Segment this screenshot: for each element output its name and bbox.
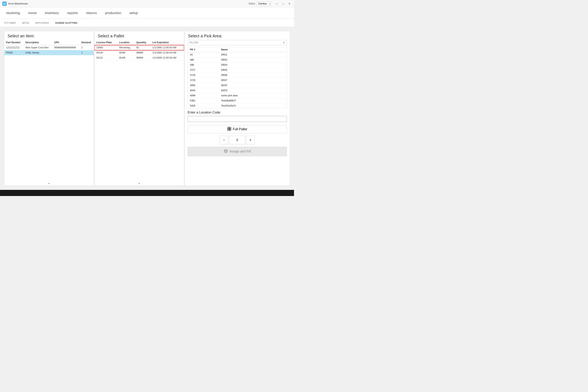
pick-area-table-row[interactable]: 5382 Test06a89b7f	[188, 98, 287, 103]
subnav-move[interactable]: MOVE	[22, 21, 29, 25]
item-cell-part-number: PHI00	[4, 50, 24, 55]
pick-area-cell-pk: 24	[188, 52, 219, 57]
pick-area-cell-pk: 3727	[188, 68, 219, 73]
pallet-cell-location: BU66	[118, 50, 135, 55]
pick-area-cell-name: DR05	[219, 68, 287, 73]
subnav-replenish[interactable]: REPLENISH	[35, 21, 49, 25]
quantity-increment-button[interactable]: +	[246, 136, 255, 144]
full-pallet-button[interactable]: Full Pallet	[188, 125, 287, 133]
pallet-panel-title: Select a Pallet:	[94, 31, 184, 40]
nav-setup[interactable]: setup	[130, 10, 138, 17]
pick-area-table-row[interactable]: 24 DR01	[188, 52, 287, 57]
assign-fill-button[interactable]: Assign and Fill	[188, 147, 287, 156]
titlebar-right: Client: Cerritus — □ ✕	[249, 2, 292, 6]
pallet-table: License Plate Location Quantity Lot Expi…	[94, 40, 184, 60]
navbar: receiving move inventory reports returns…	[0, 7, 294, 19]
pick-area-cell-pk: 498	[188, 62, 219, 68]
pallet-table-row[interactable]: 30131 BU66 99999 1/1/1900 12:00:00 AM	[94, 55, 184, 60]
location-code-input[interactable]	[188, 116, 287, 122]
svg-rect-7	[230, 129, 231, 130]
pick-area-table-row[interactable]: 3729 DR07	[188, 78, 287, 83]
pick-area-table: PK # Name 24 DR01 480 DR02 498 DR04 3727…	[188, 47, 287, 108]
pallet-cell-lot-expiration: 1/1/1900 12:00:00 AM	[151, 50, 184, 55]
client-select-wrapper[interactable]: Cerritus	[257, 2, 271, 6]
pick-area-table-row[interactable]: 3728 DR06	[188, 73, 287, 78]
pick-area-table-row[interactable]: 4099 some pick area	[188, 93, 287, 98]
assign-fill-label: Assign and Fill	[230, 150, 251, 153]
pallet-table-row[interactable]: 30130 BU66 99999 1/1/1900 12:00:00 AM	[94, 50, 184, 55]
window-controls: — □ ✕	[274, 2, 292, 6]
svg-rect-3	[5, 4, 6, 5]
close-button[interactable]: ✕	[288, 2, 292, 6]
nav-move[interactable]: move	[28, 10, 37, 17]
pallet-scroll-down[interactable]: ▼	[94, 182, 184, 186]
location-label: Enter a Location Code:	[188, 111, 287, 114]
maximize-button[interactable]: □	[282, 2, 285, 6]
pick-area-cell-pk: 480	[188, 57, 219, 62]
subnav-guided-slotting[interactable]: GUIDED SLOTTING	[55, 21, 78, 25]
pallet-col-quantity: Quantity	[135, 40, 151, 45]
location-section: Enter a Location Code:	[185, 108, 290, 124]
item-scroll-down[interactable]: ▼	[4, 182, 94, 186]
pick-area-table-row[interactable]: 4045 MZ03	[188, 88, 287, 93]
item-panel: Select an Item: Part Number Description …	[4, 31, 94, 186]
item-col-upc: UPC	[52, 40, 80, 45]
client-select[interactable]: Cerritus	[257, 2, 271, 6]
pick-area-cell-pk: 3956	[188, 83, 219, 88]
pick-area-cell-pk: 4099	[188, 93, 219, 98]
pallet-table-row[interactable]: 23685 Receiving 82 1/1/1900 12:00:00 AM	[94, 45, 184, 50]
svg-rect-0	[3, 2, 4, 4]
titlebar-left: Arca Warehouse	[2, 2, 28, 6]
pallet-col-location: Location	[118, 40, 135, 45]
subnav-put-away[interactable]: PUT AWAY	[4, 21, 16, 25]
item-table-row[interactable]: 1212121212 New Super Cool Item 999999999…	[4, 45, 94, 50]
app-icon	[2, 2, 6, 6]
svg-rect-5	[230, 127, 231, 128]
nav-reports[interactable]: reports	[67, 10, 78, 17]
nav-receiving[interactable]: receiving	[6, 10, 20, 17]
svg-rect-2	[3, 4, 4, 5]
item-cell-part-number: 1212121212	[4, 45, 24, 50]
pick-area-cell-pk: 3728	[188, 73, 219, 78]
filter-input[interactable]	[190, 41, 282, 44]
item-table-wrapper[interactable]: Part Number Description UPC Demand 12121…	[4, 40, 94, 182]
svg-rect-4	[228, 127, 229, 128]
pallet-cell-location: BU66	[118, 55, 135, 60]
client-label: Client:	[249, 2, 256, 5]
pick-area-table-row[interactable]: 498 DR04	[188, 62, 287, 68]
nav-returns[interactable]: returns	[86, 10, 97, 17]
pick-area-cell-name: some pick area	[219, 93, 287, 98]
full-pallet-icon	[228, 127, 231, 132]
item-cell-demand: 1	[80, 50, 94, 55]
pick-area-cell-pk: 3729	[188, 78, 219, 83]
pick-area-cell-name: Test06a89b7f	[219, 98, 287, 103]
pallet-cell-license-plate: 30131	[94, 55, 118, 60]
quantity-control: − 0 +	[185, 135, 290, 145]
subnav: PUT AWAY MOVE REPLENISH GUIDED SLOTTING	[0, 19, 294, 27]
pallet-cell-license-plate: 30130	[94, 50, 118, 55]
item-table-row[interactable]: PHI00 Gritty Jersey 1	[4, 50, 94, 55]
pallet-col-license: License Plate	[94, 40, 118, 45]
pick-area-col-name: Name	[219, 47, 287, 52]
pick-area-table-row[interactable]: 3727 DR05	[188, 68, 287, 73]
item-panel-title: Select an Item:	[4, 31, 94, 40]
minimize-button[interactable]: —	[274, 2, 279, 6]
pick-area-cell-pk: 5382	[188, 98, 219, 103]
item-cell-description: Gritty Jersey	[24, 50, 52, 55]
pallet-cell-lot-expiration: 1/1/1900 12:00:00 AM	[151, 45, 184, 50]
pallet-cell-lot-expiration: 1/1/1900 12:00:00 AM	[151, 55, 184, 60]
pick-area-table-row[interactable]: 3956 MZ02	[188, 83, 287, 88]
nav-inventory[interactable]: inventory	[45, 10, 59, 17]
filter-clear-icon[interactable]: ✕	[282, 41, 285, 44]
quantity-decrement-button[interactable]: −	[220, 136, 228, 144]
pick-area-cell-name: MZ02	[219, 83, 287, 88]
pick-area-table-row[interactable]: 5428 Test34cb5a7c	[188, 103, 287, 108]
nav-production[interactable]: production	[105, 10, 121, 17]
full-pallet-label: Full Pallet	[233, 128, 247, 131]
pick-area-table-wrapper[interactable]: PK # Name 24 DR01 480 DR02 498 DR04 3727…	[188, 47, 287, 108]
item-col-demand: Demand	[80, 40, 94, 45]
pallet-table-wrapper[interactable]: License Plate Location Quantity Lot Expi…	[94, 40, 184, 182]
filter-bar: ✕	[188, 40, 287, 45]
client-section: Client: Cerritus	[249, 2, 271, 6]
pick-area-table-row[interactable]: 480 DR02	[188, 57, 287, 62]
